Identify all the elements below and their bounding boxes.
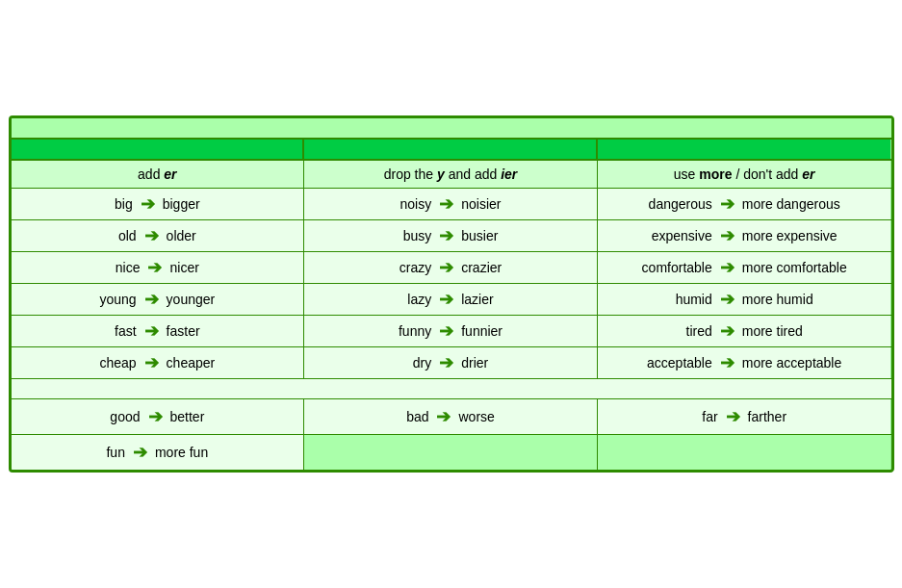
- data-cell-2-1: crazy➔crazier: [304, 252, 598, 283]
- arrow-icon: ➔: [720, 193, 734, 215]
- footer-rows-container: good➔betterbad➔worsefar➔fartherfun➔more …: [12, 399, 891, 470]
- base-word: nice: [116, 260, 141, 275]
- base-word: busy: [403, 228, 432, 243]
- base-word: big: [115, 196, 133, 212]
- data-row-0: big➔biggernoisy➔noisierdangerous➔more da…: [12, 189, 891, 220]
- base-word: bad: [406, 409, 428, 424]
- comparative-word: nicer: [169, 260, 198, 275]
- data-cell-3-0: young➔younger: [12, 284, 305, 315]
- data-cell-5-1: dry➔drier: [304, 347, 598, 378]
- comparative-word: cheaper: [167, 355, 216, 371]
- base-word: dangerous: [649, 196, 712, 212]
- data-cell-0-0: big➔bigger: [12, 189, 305, 219]
- arrow-icon: ➔: [144, 225, 159, 246]
- base-word: comfortable: [642, 260, 712, 275]
- comparative-word: more fun: [155, 445, 208, 460]
- arrow-icon: ➔: [141, 193, 155, 215]
- data-row-1: old➔olderbusy➔busierexpensive➔more expen…: [12, 220, 891, 252]
- footer-cell-0-2: far➔farther: [598, 399, 891, 434]
- comparative-word: younger: [167, 292, 216, 307]
- arrow-icon: ➔: [726, 406, 740, 427]
- footer-row-0: good➔betterbad➔worsefar➔farther: [12, 399, 891, 435]
- base-word: fast: [115, 323, 137, 339]
- arrow-icon: ➔: [720, 289, 734, 310]
- comparative-word: funnier: [461, 323, 503, 339]
- data-cell-0-1: noisy➔noisier: [304, 189, 598, 219]
- data-cell-4-1: funny➔funnier: [304, 316, 598, 346]
- comparative-word: more acceptable: [742, 355, 842, 371]
- footer-cell-1-2: [598, 435, 891, 470]
- comparative-word: noisier: [461, 196, 501, 212]
- rule-row: add er drop the y and add ier use more /…: [12, 161, 891, 189]
- comparative-word: older: [167, 228, 196, 243]
- arrow-icon: ➔: [144, 320, 159, 342]
- data-cell-4-2: tired➔more tired: [598, 316, 891, 346]
- data-row-4: fast➔fasterfunny➔funniertired➔more tired: [12, 316, 891, 347]
- base-word: dry: [413, 355, 431, 371]
- footer-cell-1-1: [304, 435, 598, 470]
- table-title: [12, 118, 891, 140]
- header-row: [12, 140, 891, 161]
- base-word: good: [110, 409, 140, 424]
- exception-text: [12, 379, 891, 399]
- rule-col-1: add er: [12, 161, 305, 188]
- arrow-icon: ➔: [720, 257, 734, 278]
- footer-cell-0-0: good➔better: [12, 399, 305, 434]
- comparative-word: more expensive: [742, 228, 838, 243]
- base-word: humid: [676, 292, 712, 307]
- comparative-word: more comfortable: [742, 260, 847, 275]
- data-cell-5-2: acceptable➔more acceptable: [598, 347, 891, 378]
- base-word: cheap: [99, 355, 136, 371]
- data-cell-1-1: busy➔busier: [304, 220, 598, 251]
- comparative-word: bigger: [163, 196, 200, 212]
- header-col-3: [598, 140, 891, 159]
- arrow-icon: ➔: [439, 289, 453, 310]
- data-cell-1-2: expensive➔more expensive: [598, 220, 891, 251]
- footer-cell-0-1: bad➔worse: [304, 399, 598, 434]
- base-word: noisy: [400, 196, 432, 212]
- data-cell-4-0: fast➔faster: [12, 316, 305, 346]
- base-word: tired: [686, 323, 712, 339]
- comparative-word: farther: [748, 409, 786, 424]
- base-word: crazy: [399, 260, 431, 275]
- footer-row-1: fun➔more fun: [12, 435, 891, 470]
- arrow-icon: ➔: [148, 406, 163, 427]
- arrow-icon: ➔: [439, 193, 453, 215]
- data-cell-3-1: lazy➔lazier: [304, 284, 598, 315]
- header-col-1: [12, 140, 305, 159]
- base-word: fun: [106, 445, 124, 460]
- arrow-icon: ➔: [720, 352, 734, 373]
- base-word: young: [99, 292, 136, 307]
- rule-col-2: drop the y and add ier: [304, 161, 598, 188]
- comparative-word: more tired: [742, 323, 803, 339]
- data-cell-2-0: nice➔nicer: [12, 252, 305, 283]
- base-word: acceptable: [647, 355, 712, 371]
- comparative-word: worse: [458, 409, 494, 424]
- arrow-icon: ➔: [436, 406, 451, 427]
- rule-col-3: use more / don't add er: [598, 161, 891, 188]
- arrow-icon: ➔: [720, 225, 734, 246]
- arrow-icon: ➔: [439, 225, 453, 246]
- arrow-icon: ➔: [720, 320, 734, 342]
- data-row-2: nice➔nicercrazy➔craziercomfortable➔more …: [12, 252, 891, 284]
- comparative-form-table: add er drop the y and add ier use more /…: [9, 115, 894, 473]
- base-word: expensive: [652, 228, 712, 243]
- base-word: far: [702, 409, 717, 424]
- data-cell-5-0: cheap➔cheaper: [12, 347, 305, 378]
- comparative-word: crazier: [461, 260, 502, 275]
- arrow-icon: ➔: [144, 289, 159, 310]
- comparative-word: more dangerous: [742, 196, 840, 212]
- data-cell-2-2: comfortable➔more comfortable: [598, 252, 891, 283]
- comparative-word: busier: [461, 228, 498, 243]
- base-word: funny: [399, 323, 431, 339]
- comparative-word: drier: [461, 355, 488, 371]
- data-cell-3-2: humid➔more humid: [598, 284, 891, 315]
- arrow-icon: ➔: [133, 442, 147, 463]
- comparative-word: more humid: [742, 292, 813, 307]
- arrow-icon: ➔: [439, 320, 453, 342]
- base-word: old: [118, 228, 137, 243]
- data-cell-1-0: old➔older: [12, 220, 305, 251]
- data-rows-container: big➔biggernoisy➔noisierdangerous➔more da…: [12, 189, 891, 379]
- base-word: lazy: [407, 292, 431, 307]
- comparative-word: lazier: [461, 292, 493, 307]
